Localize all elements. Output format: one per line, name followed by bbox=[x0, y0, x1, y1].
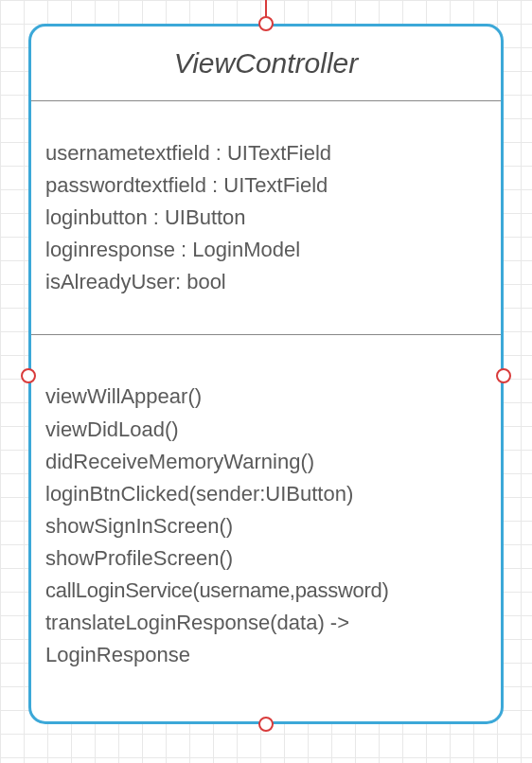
connection-port-top[interactable] bbox=[258, 16, 274, 31]
method-row: LoginResponse bbox=[45, 639, 487, 671]
class-attributes-section: usernametextfield : UITextField password… bbox=[31, 101, 501, 335]
connection-port-bottom[interactable] bbox=[258, 717, 274, 732]
attribute-row: loginbutton : UIButton bbox=[45, 202, 487, 234]
attribute-row: isAlreadyUser: bool bbox=[45, 266, 487, 298]
connection-port-right[interactable] bbox=[496, 368, 511, 383]
attribute-row: loginresponse : LoginModel bbox=[45, 234, 487, 266]
attribute-row: usernametextfield : UITextField bbox=[45, 137, 487, 169]
method-row: translateLoginResponse(data) -> bbox=[45, 607, 487, 639]
method-row: showProfileScreen() bbox=[45, 542, 487, 575]
method-row: viewWillAppear() bbox=[45, 381, 487, 413]
attribute-row: passwordtextfield : UITextField bbox=[45, 169, 487, 202]
class-methods-section: viewWillAppear() viewDidLoad() didReceiv… bbox=[31, 335, 501, 700]
connection-port-left[interactable] bbox=[21, 368, 36, 383]
method-row: callLoginService(username,password) bbox=[45, 575, 487, 607]
method-row: viewDidLoad() bbox=[45, 414, 487, 446]
method-row: didReceiveMemoryWarning() bbox=[45, 446, 487, 478]
uml-class-box[interactable]: ViewController usernametextfield : UITex… bbox=[28, 24, 504, 724]
class-name-title: ViewController bbox=[31, 27, 501, 101]
method-row: loginBtnClicked(sender:UIButton) bbox=[45, 478, 487, 510]
method-row: showSignInScreen() bbox=[45, 510, 487, 542]
